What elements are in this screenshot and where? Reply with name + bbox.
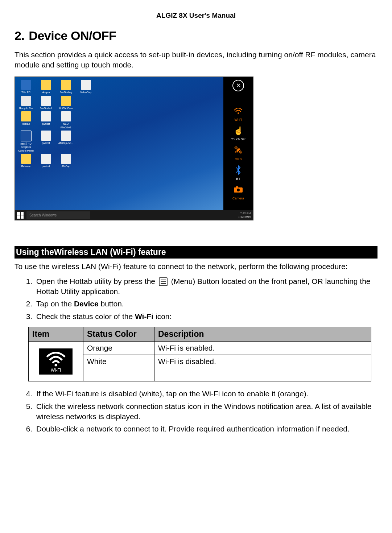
desktop-icon: PwrTest.etl	[38, 96, 54, 110]
steps-list-continued: If the Wi-Fi feature is disabled (white)…	[15, 389, 377, 434]
td-desc-enabled: Wi-Fi is enabled.	[154, 342, 371, 355]
status-table: Item Status Color Description Wi-Fi Oran…	[28, 327, 371, 381]
desktop-icon: PwrTestlog	[58, 80, 74, 94]
step-6: Double-click a network to connect to it.…	[34, 424, 377, 434]
desktop-icon-grid: This PC sleeper PwrTestlog VideoCap Recy…	[18, 80, 94, 168]
subsection-intro: To use the wireless LAN (Wi-Fi) feature …	[15, 261, 377, 272]
sidebar-item-camera[interactable]: Camera	[232, 184, 244, 201]
desktop-icon: pwrtest	[38, 111, 54, 129]
desktop-icon: pwrtest	[38, 154, 54, 168]
th-color: Status Color	[83, 327, 154, 341]
td-color-orange: Orange	[83, 342, 154, 355]
desktop-icon: Intel® HD Graphics Control Panel	[18, 131, 34, 152]
desktop-icon: AMCap-Ge...	[58, 131, 74, 152]
sidebar-item-touch[interactable]: ☝ Touch Set	[231, 125, 245, 141]
desktop-icon: sleeper	[38, 80, 54, 94]
desktop-icon: Recycle Bin	[18, 96, 34, 110]
sidebar-item-wifi[interactable]: Wi-Fi	[232, 105, 244, 122]
wifi-icon	[232, 105, 244, 117]
search-input[interactable]: Search Windows	[26, 211, 90, 219]
tray-date: 7/12/2016	[238, 215, 251, 219]
sidebar-item-bt[interactable]: BT	[232, 164, 244, 181]
touch-icon: ☝	[232, 125, 244, 136]
svg-point-4	[55, 364, 57, 366]
svg-rect-3	[236, 186, 238, 188]
desktop-icon: NEO iMAGING	[58, 111, 74, 129]
th-item: Item	[29, 327, 83, 341]
gps-icon: 🛰	[232, 145, 244, 156]
desktop-icon: This PC	[18, 80, 34, 94]
step-5: Click the wireless network connection st…	[34, 401, 377, 422]
menu-icon	[159, 277, 168, 286]
desktop-icon: VideoCap	[78, 80, 94, 94]
svg-point-2	[237, 189, 240, 191]
steps-list: Open the Hottab utility by press the (Me…	[15, 276, 377, 322]
intro-paragraph: This section provides a quick access to …	[15, 50, 377, 70]
step-2: Tap on the Device button.	[34, 299, 377, 309]
desktop-icon: HotTabCam	[58, 96, 74, 110]
wifi-tile-label: Wi-Fi	[39, 367, 73, 373]
section-number: 2.	[15, 29, 24, 42]
th-desc: Description	[154, 327, 371, 341]
td-color-white: White	[83, 355, 154, 381]
step-1: Open the Hottab utility by press the (Me…	[34, 276, 377, 297]
page-header: ALGIZ 8X User's Manual	[15, 11, 377, 20]
close-icon[interactable]: ✕	[232, 80, 244, 91]
hottab-sidebar: ✕ Wi-Fi ☝ Touch Set 🛰 GPS BT Camera	[223, 77, 253, 210]
desktop-screenshot: This PC sleeper PwrTestlog VideoCap Recy…	[15, 77, 253, 220]
wifi-icon	[45, 351, 67, 367]
td-desc-disabled: Wi-Fi is disabled.	[154, 355, 371, 381]
camera-icon	[232, 184, 244, 195]
svg-point-0	[238, 112, 239, 114]
desktop-icon: Release	[18, 154, 34, 168]
wifi-tile: Wi-Fi	[39, 348, 73, 375]
desktop-icon: pwrtest	[38, 131, 54, 152]
step-3: Check the status color of the Wi-Fi icon…	[34, 311, 377, 322]
desktop-icon: AMCap	[58, 154, 74, 168]
start-button[interactable]	[17, 212, 24, 219]
subsection-heading: Using theWireless LAN (Wi-Fi) feature	[15, 246, 377, 259]
section-title: Device ON/OFF	[29, 29, 116, 42]
bluetooth-icon	[232, 164, 244, 176]
taskbar: Search Windows 7:42 PM 7/12/2016	[15, 210, 253, 220]
step-4: If the Wi-Fi feature is disabled (white)…	[34, 389, 377, 399]
section-heading: 2.Device ON/OFF	[15, 28, 377, 44]
wifi-item-cell: Wi-Fi	[29, 342, 83, 381]
desktop-icon: HotTab	[18, 111, 34, 129]
sidebar-item-gps[interactable]: 🛰 GPS	[232, 145, 244, 161]
system-tray: 7:42 PM 7/12/2016	[238, 212, 251, 219]
